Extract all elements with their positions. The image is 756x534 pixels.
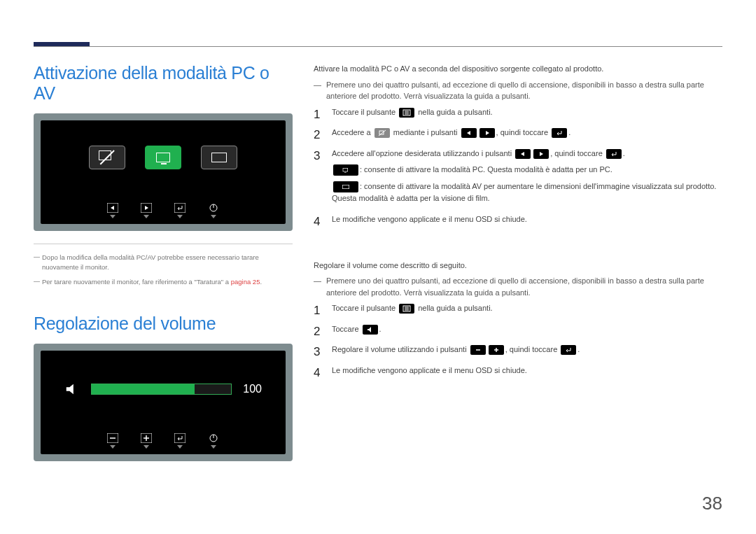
svg-rect-26 (343, 169, 348, 172)
enter-icon (552, 128, 567, 138)
step-1: Toccare il pulsante nella guida a pulsan… (314, 106, 722, 119)
osd-enter-button (174, 203, 186, 218)
step-2: Accedere a mediante i pulsanti , quindi … (314, 127, 722, 139)
footnote-1: Dopo la modifica della modalità PC/AV po… (34, 253, 293, 273)
section2-dashnote: Premere uno dei quattro pulsanti, ad ecc… (314, 275, 722, 298)
av-mode-icon (201, 146, 237, 169)
svg-rect-4 (174, 203, 186, 213)
right-arrow-icon (533, 149, 549, 159)
section1-title: Attivazione della modalità PC o AV (34, 63, 293, 104)
section1-intro: Attivare la modalità PC o AV a seconda d… (314, 63, 722, 75)
svg-marker-1 (111, 206, 114, 210)
step-4: Le modifiche vengono applicate e il menu… (314, 365, 722, 377)
section1-steps: Toccare il pulsante nella guida a pulsan… (314, 106, 722, 226)
speaker-icon (64, 381, 80, 397)
volume-monitor-illustration: 100 (34, 344, 293, 461)
svg-marker-33 (368, 327, 371, 332)
svg-rect-13 (174, 433, 186, 443)
menu-icon (399, 304, 414, 314)
svg-marker-24 (521, 152, 524, 156)
svg-marker-3 (145, 206, 148, 210)
section1-dashnote: Premere uno dei quattro pulsanti, ad ecc… (314, 79, 722, 102)
section2-title: Regolazione del volume (34, 314, 293, 334)
osd-plus-button (140, 433, 153, 449)
pcav-slash-icon (374, 128, 390, 138)
section2-steps: Toccare il pulsante nella guida a pulsan… (314, 302, 722, 377)
step-3: Accedere all'opzione desiderata utilizza… (314, 148, 722, 205)
osd-right-button (140, 203, 153, 218)
osd-power-button (207, 433, 220, 449)
svg-marker-23 (486, 131, 489, 135)
page-number: 38 (702, 493, 722, 514)
volume-bar (91, 384, 232, 395)
pc-mode-selected-icon (145, 146, 181, 169)
enter-icon (561, 345, 576, 355)
header-rule (34, 46, 722, 47)
pcav-disabled-icon (89, 146, 125, 169)
svg-marker-22 (467, 131, 470, 135)
step-4: Le modifiche vengono applicate e il menu… (314, 213, 722, 226)
step-2: Toccare . (314, 323, 722, 336)
page-link[interactable]: pagina 25 (231, 278, 260, 286)
divider (34, 244, 293, 244)
svg-rect-28 (342, 185, 349, 188)
svg-marker-25 (540, 152, 543, 156)
right-arrow-icon (479, 128, 495, 138)
section2-intro: Regolare il volume come descritto di seg… (314, 260, 722, 272)
step-3: Regolare il volume utilizzando i pulsant… (314, 344, 722, 356)
plus-icon (489, 345, 504, 355)
speaker-icon (363, 325, 378, 335)
osd-power-button (207, 203, 220, 218)
pc-mode-icon (333, 164, 358, 176)
left-arrow-icon (461, 128, 477, 138)
menu-icon (399, 108, 414, 118)
osd-left-button (106, 203, 119, 218)
left-arrow-icon (515, 149, 531, 159)
osd-enter-button (174, 433, 186, 449)
svg-marker-7 (66, 384, 74, 394)
osd-minus-button (106, 433, 119, 449)
pcav-monitor-illustration (34, 113, 293, 231)
minus-icon (470, 345, 486, 355)
enter-icon (606, 149, 622, 159)
av-mode-icon (333, 181, 358, 192)
volume-value: 100 (243, 383, 262, 395)
footnote-2: Per tarare nuovamente il monitor, fare r… (34, 277, 293, 287)
step-1: Toccare il pulsante nella guida a pulsan… (314, 302, 722, 315)
